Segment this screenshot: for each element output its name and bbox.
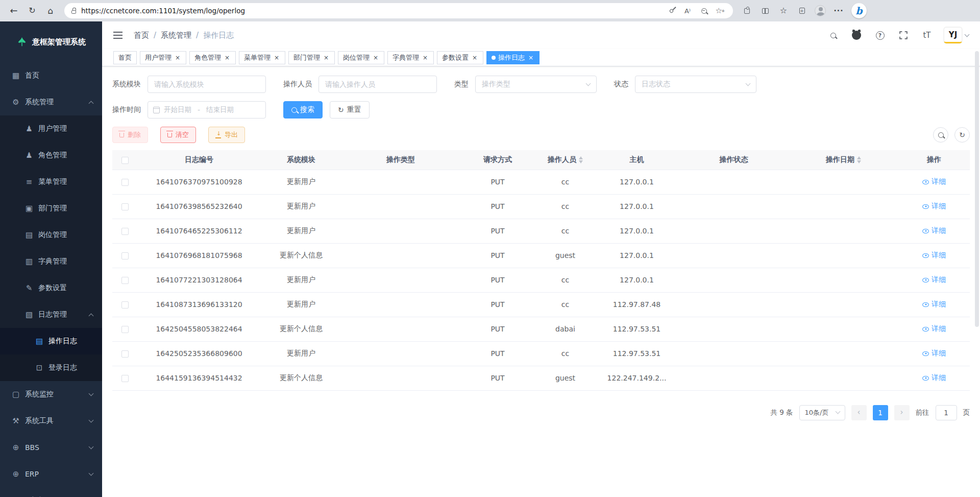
detail-link[interactable]: 详细 [922, 349, 946, 358]
help-icon[interactable] [873, 29, 887, 42]
caret-down-icon[interactable] [857, 160, 861, 163]
user-avatar[interactable]: YJ [944, 27, 962, 43]
sidebar-item[interactable]: ▣ 部门管理 [0, 195, 102, 222]
search-icon[interactable] [826, 29, 840, 42]
row-checkbox[interactable] [121, 375, 129, 382]
date-range-picker[interactable]: 开始日期 - 结束日期 [148, 101, 266, 119]
reset-button[interactable]: 重置 [330, 101, 370, 119]
page-size-select[interactable]: 10条/页 [799, 405, 845, 420]
detail-link[interactable]: 详细 [922, 226, 946, 235]
show-search-button[interactable] [933, 127, 948, 143]
detail-link[interactable]: 详细 [922, 324, 946, 334]
current-page-button[interactable]: 1 [873, 405, 888, 420]
sidebar-item[interactable]: ▦ 首页 [0, 62, 102, 89]
sidebar-item[interactable]: ♟ 角色管理 [0, 142, 102, 169]
user-menu[interactable]: YJ [944, 27, 969, 43]
profile-avatar[interactable] [812, 3, 829, 19]
sidebar-item[interactable]: ⚙ 系统管理 [0, 89, 102, 115]
operator-input[interactable] [318, 76, 437, 93]
password-key-icon[interactable] [666, 5, 677, 16]
sidebar-item[interactable]: ⊡ 登录日志 [0, 354, 102, 381]
sidebar-item[interactable]: ⊕ BBS [0, 434, 102, 461]
breadcrumb-item[interactable]: 首页 [134, 31, 161, 40]
sidebar-item[interactable]: ▤ 岗位管理 [0, 222, 102, 248]
bing-copilot-icon[interactable] [851, 3, 867, 18]
breadcrumb-item[interactable]: 系统管理 [161, 31, 203, 40]
tab-close-icon[interactable] [174, 54, 181, 61]
clear-button[interactable]: 清空 [160, 127, 196, 143]
row-checkbox[interactable] [121, 301, 129, 309]
tab-close-icon[interactable] [527, 54, 534, 61]
breadcrumb-item[interactable]: 操作日志 [203, 31, 234, 40]
browser-home-button[interactable] [42, 3, 59, 19]
tab-close-icon[interactable] [422, 54, 429, 61]
read-aloud-icon[interactable] [682, 5, 693, 16]
row-checkbox[interactable] [121, 350, 129, 358]
sidebar-item[interactable]: ✎ 参数设置 [0, 275, 102, 301]
sidebar-item[interactable]: ▤ 操作日志 [0, 328, 102, 354]
sidebar-item[interactable]: ▧ 日志管理 [0, 301, 102, 328]
sort-carets[interactable] [579, 156, 583, 163]
row-checkbox[interactable] [121, 203, 129, 210]
delete-button[interactable]: 删除 [112, 127, 148, 143]
row-checkbox[interactable] [121, 252, 129, 259]
tab[interactable]: 菜单管理 [239, 51, 285, 64]
caret-up-icon[interactable] [857, 156, 861, 159]
detail-link[interactable]: 详细 [922, 177, 946, 186]
detail-link[interactable]: 详细 [922, 373, 946, 383]
zoom-out-icon[interactable] [698, 5, 709, 16]
module-input[interactable] [148, 76, 266, 93]
scrollbar-thumb[interactable] [975, 51, 979, 327]
refresh-table-button[interactable] [954, 127, 970, 143]
prev-page-button[interactable] [851, 405, 867, 420]
favorites-icon[interactable] [775, 3, 792, 19]
tab[interactable]: 用户管理 [140, 51, 186, 64]
next-page-button[interactable] [894, 405, 910, 420]
goto-page-input[interactable] [936, 405, 957, 420]
address-bar[interactable]: https://ccnetcore.com:1101/system/log/op… [64, 3, 733, 18]
tab[interactable]: 部门管理 [288, 51, 335, 64]
export-button[interactable]: 导出 [208, 127, 245, 143]
row-checkbox[interactable] [121, 277, 129, 284]
detail-link[interactable]: 详细 [922, 251, 946, 260]
browser-more-menu-icon[interactable] [830, 3, 847, 19]
sort-carets[interactable] [857, 156, 861, 163]
sidebar-item[interactable]: ⚒ 系统工具 [0, 408, 102, 434]
row-checkbox[interactable] [121, 326, 129, 333]
detail-link[interactable]: 详细 [922, 202, 946, 211]
tab[interactable]: 角色管理 [189, 51, 236, 64]
select-all-checkbox[interactable] [121, 157, 129, 164]
github-icon[interactable] [850, 29, 863, 42]
extensions-icon[interactable] [738, 3, 755, 19]
tab-close-icon[interactable] [224, 54, 231, 61]
tab[interactable]: 参数设置 [437, 51, 483, 64]
tab-close-icon[interactable] [323, 54, 330, 61]
row-checkbox[interactable] [121, 179, 129, 186]
browser-back-button[interactable] [5, 3, 22, 19]
sidebar-item[interactable]: ♟ 用户管理 [0, 115, 102, 142]
browser-refresh-button[interactable] [23, 3, 41, 19]
tab[interactable]: 首页 [113, 51, 137, 64]
tab-close-icon[interactable] [273, 54, 280, 61]
tab[interactable]: 字典管理 [387, 51, 434, 64]
hamburger-menu-icon[interactable] [113, 35, 122, 36]
search-button[interactable]: 搜索 [283, 101, 323, 119]
collections-icon[interactable] [793, 3, 811, 19]
detail-link[interactable]: 详细 [922, 300, 946, 309]
tab[interactable]: 岗位管理 [338, 51, 384, 64]
split-screen-icon[interactable] [756, 3, 774, 19]
fullscreen-icon[interactable] [897, 29, 910, 42]
detail-link[interactable]: 详细 [922, 275, 946, 285]
type-select[interactable]: 操作类型 [475, 76, 597, 93]
font-size-icon[interactable] [920, 29, 934, 42]
caret-up-icon[interactable] [579, 156, 583, 159]
caret-down-icon[interactable] [579, 160, 583, 163]
sidebar-item[interactable]: ✈ Yi框架 [0, 487, 102, 497]
sidebar-item[interactable]: ▥ 字典管理 [0, 248, 102, 275]
sidebar-item[interactable]: ▢ 系统监控 [0, 381, 102, 408]
sidebar-item[interactable]: ≡ 菜单管理 [0, 169, 102, 195]
row-checkbox[interactable] [121, 228, 129, 235]
sidebar-item[interactable]: ⊕ ERP [0, 461, 102, 487]
status-select[interactable]: 日志状态 [635, 76, 756, 93]
tab-close-icon[interactable] [471, 54, 478, 61]
